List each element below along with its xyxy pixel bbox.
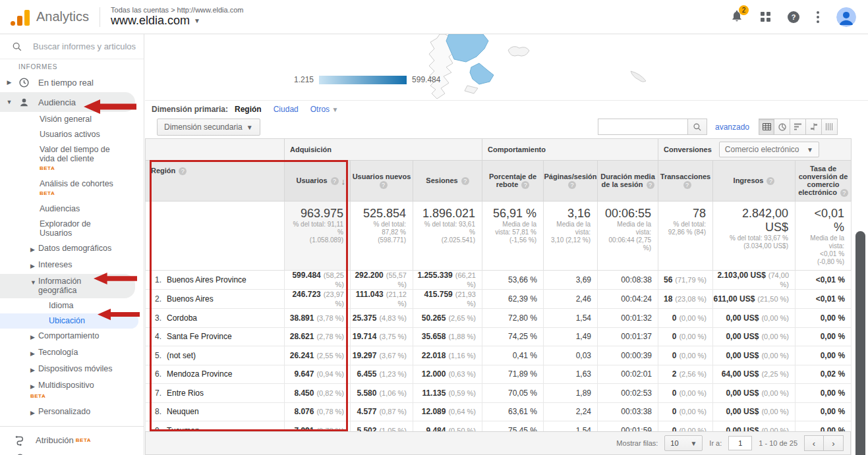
- help-icon[interactable]: ?: [179, 167, 187, 175]
- map-legend: 1.215 599.484: [294, 75, 440, 84]
- col-header-users[interactable]: Usuarios?↓: [285, 161, 351, 201]
- goto-page-input[interactable]: [728, 436, 752, 450]
- view-table-button[interactable]: [759, 119, 774, 135]
- region-link[interactable]: (not set): [167, 351, 196, 360]
- region-link[interactable]: Neuquen: [167, 407, 199, 416]
- sidebar-item-location[interactable]: Ubicación: [0, 313, 138, 329]
- help-icon[interactable]: ?: [788, 11, 799, 23]
- map-island-arc[interactable]: [631, 71, 646, 82]
- sidebar-item-cross-device[interactable]: ▶MultidispositivoBETA: [0, 378, 144, 404]
- search-input[interactable]: [33, 41, 138, 51]
- vertical-scrollbar[interactable]: [855, 231, 865, 455]
- clock-icon: [17, 77, 30, 88]
- dimension-region[interactable]: Región: [235, 105, 262, 114]
- map-region-highlighted[interactable]: [446, 34, 488, 62]
- sidebar-item-overview[interactable]: Visión general: [0, 112, 144, 127]
- sidebar-item-demographics[interactable]: ▶Datos demográficos: [0, 241, 144, 257]
- view-comparison-button[interactable]: [806, 119, 822, 135]
- table-search-input[interactable]: [598, 119, 687, 135]
- help-icon[interactable]: ?: [840, 189, 848, 197]
- row-rank: 4.: [150, 332, 167, 341]
- chevron-down-icon[interactable]: ▼: [5, 99, 13, 105]
- col-header-sessions[interactable]: Sesiones?: [413, 161, 482, 201]
- ecommerce-selector[interactable]: Comercio electrónico▼: [719, 142, 819, 157]
- beta-badge: BETA: [40, 189, 138, 198]
- analytics-logo-icon[interactable]: [11, 9, 30, 26]
- region-link[interactable]: Buenos Aires Province: [167, 275, 246, 284]
- sidebar-item-realtime[interactable]: ▶ En tiempo real: [0, 72, 144, 92]
- apps-grid-icon[interactable]: [761, 12, 770, 22]
- region-link[interactable]: Entre Rios: [167, 388, 204, 398]
- col-header-transactions[interactable]: Transacciones?: [658, 161, 713, 201]
- region-link[interactable]: Buenos Aires: [167, 294, 214, 304]
- col-header-rate[interactable]: Tasa de conversión de comercio electróni…: [796, 161, 852, 201]
- sidebar-item-behavior[interactable]: ▶Comportamiento: [0, 329, 144, 345]
- rows-per-page-select[interactable]: 10▼: [664, 435, 703, 451]
- table-search-button[interactable]: [687, 119, 707, 135]
- property-selector[interactable]: www.eldia.com ▼: [111, 14, 243, 28]
- beta-badge: BETA: [40, 164, 138, 173]
- help-icon[interactable]: ?: [683, 181, 691, 189]
- sidebar-item-audiences[interactable]: Audiencias: [0, 201, 144, 217]
- help-icon[interactable]: ?: [521, 181, 529, 189]
- chevron-right-icon: ▶: [30, 365, 38, 375]
- view-percentage-button[interactable]: [774, 119, 790, 135]
- map-islands[interactable]: [508, 47, 529, 56]
- help-icon[interactable]: ?: [380, 181, 388, 189]
- group-acquisition: Adquisición: [285, 139, 482, 161]
- sidebar-item-interests[interactable]: ▶Intereses: [0, 257, 144, 274]
- sidebar-item-geo[interactable]: ▼Información geográfica: [0, 274, 135, 298]
- sidebar-item-lifetime-value[interactable]: Valor del tiempo de vida del clienteBETA: [0, 142, 144, 176]
- sidebar-item-technology[interactable]: ▶Tecnología: [0, 345, 144, 361]
- sidebar-item-audience[interactable]: ▼ Audiencia: [0, 92, 135, 112]
- geo-map[interactable]: [405, 34, 722, 100]
- col-header-new-users[interactable]: Usuarios nuevos?: [351, 161, 413, 201]
- chevron-right-icon[interactable]: ▶: [5, 79, 13, 86]
- sidebar-item-cohorts[interactable]: Análisis de cohortesBETA: [0, 176, 144, 201]
- chevron-right-icon: ▶: [30, 408, 38, 417]
- col-header-revenue[interactable]: Ingresos?: [713, 161, 796, 201]
- map-region-gray[interactable]: [465, 86, 478, 94]
- col-header-bounce[interactable]: Porcentaje de rebote?: [482, 161, 544, 201]
- page-range-label: 1 - 10 de 25: [759, 439, 797, 447]
- row-rank: 6.: [150, 369, 167, 379]
- notifications-button[interactable]: 2: [730, 9, 743, 25]
- help-icon[interactable]: ?: [331, 177, 339, 185]
- advanced-filter-link[interactable]: avanzado: [715, 122, 749, 132]
- help-icon[interactable]: ?: [461, 177, 469, 185]
- map-region-highlighted-2[interactable]: [470, 63, 494, 84]
- region-link[interactable]: Cordoba: [167, 313, 197, 323]
- col-header-region[interactable]: Región?: [146, 161, 285, 201]
- legend-max: 599.484: [412, 75, 440, 84]
- avatar[interactable]: [836, 7, 856, 27]
- next-page-button[interactable]: ›: [824, 435, 844, 451]
- pie-chart-icon: [778, 123, 786, 131]
- col-header-pages[interactable]: Páginas/sesión?: [544, 161, 598, 201]
- sidebar-item-attribution[interactable]: Atribución BETA: [0, 431, 144, 449]
- more-menu-icon[interactable]: [817, 11, 819, 23]
- prev-page-button[interactable]: ‹: [804, 435, 824, 451]
- table-body: 1.Buenos Aires Province 599.484(58,25 %)…: [146, 271, 852, 455]
- view-performance-button[interactable]: [790, 119, 806, 135]
- help-icon[interactable]: ?: [568, 181, 576, 189]
- help-icon[interactable]: ?: [767, 177, 774, 185]
- region-link[interactable]: Santa Fe Province: [167, 332, 232, 341]
- sidebar-item-language[interactable]: Idioma: [0, 298, 144, 313]
- search-icon: [12, 41, 22, 52]
- dimension-other[interactable]: Otros ▼: [310, 105, 339, 114]
- help-icon[interactable]: ?: [647, 181, 654, 189]
- sidebar-item-active-users[interactable]: Usuarios activos: [0, 127, 144, 142]
- sidebar-item-mobile[interactable]: ▶Dispositivos móviles: [0, 361, 144, 378]
- sidebar-item-custom[interactable]: ▶Personalizado: [0, 404, 144, 421]
- legend-gradient-bar: [319, 76, 407, 84]
- breadcrumb: Todas las cuentas > http://www.eldia.com: [111, 6, 243, 14]
- col-header-duration[interactable]: Duración media de la sesión?: [598, 161, 658, 201]
- sidebar-search[interactable]: [0, 34, 144, 59]
- region-link[interactable]: Mendoza Province: [167, 369, 232, 379]
- view-pivot-button[interactable]: [822, 119, 838, 135]
- secondary-dimension-button[interactable]: Dimensión secundaria ▼: [157, 119, 260, 136]
- sidebar-item-discover[interactable]: Descubrir: [0, 449, 144, 455]
- primary-dimension-row: Dimensión primaria: Región Ciudad Otros …: [145, 100, 868, 117]
- sidebar-item-user-explorer[interactable]: Explorador de Usuarios: [0, 217, 144, 241]
- dimension-city[interactable]: Ciudad: [274, 105, 299, 114]
